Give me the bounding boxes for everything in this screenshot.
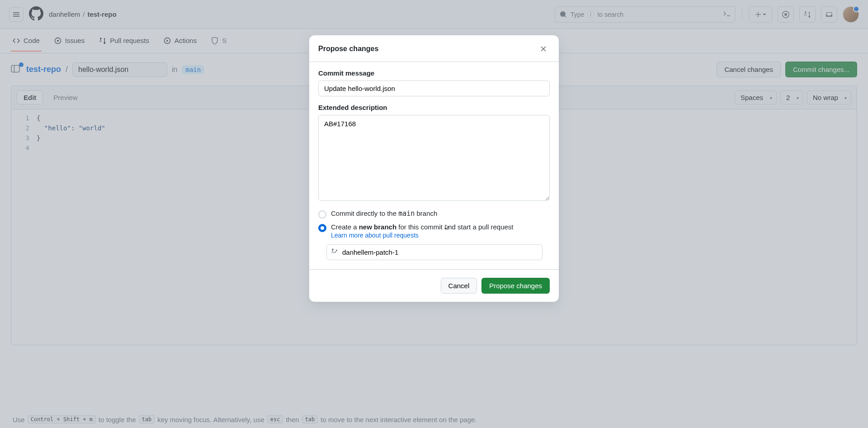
learn-more-link[interactable]: Learn more about pull requests: [331, 232, 514, 239]
radio-icon-selected: [318, 224, 326, 232]
git-branch-icon: [331, 248, 338, 257]
dialog-footer: Cancel Propose changes: [309, 269, 559, 302]
dialog-title: Propose changes: [318, 45, 378, 53]
radio-icon: [318, 210, 326, 219]
dialog-header: Propose changes: [309, 35, 559, 62]
branch-name-input[interactable]: [326, 244, 542, 260]
radio-commit-direct[interactable]: Commit directly to the main branch: [318, 209, 550, 219]
extended-description-input[interactable]: [318, 115, 550, 201]
commit-message-label: Commit message: [318, 69, 550, 77]
propose-changes-dialog: Propose changes Commit message Extended …: [309, 35, 559, 302]
close-icon: [540, 45, 547, 52]
cancel-button[interactable]: Cancel: [441, 278, 477, 294]
close-button[interactable]: [537, 43, 550, 55]
extended-description-label: Extended description: [318, 104, 550, 111]
radio-create-branch[interactable]: Create a new branch for this commit and …: [318, 223, 550, 239]
commit-message-input[interactable]: [318, 81, 550, 96]
propose-changes-button[interactable]: Propose changes: [481, 278, 550, 294]
